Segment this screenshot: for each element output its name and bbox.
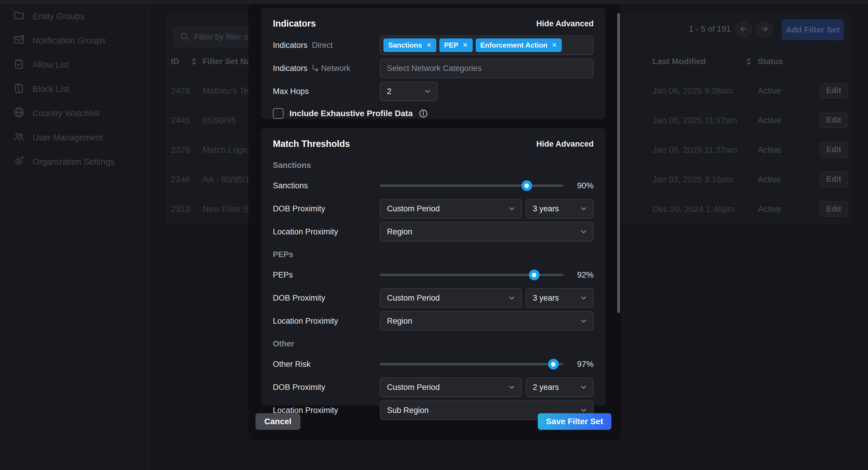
arrow-right-icon — [760, 25, 769, 35]
gear-sparkle-icon — [13, 155, 25, 169]
filter-set-modal: Indicators Hide Advanced Indicators Dire… — [248, 4, 621, 440]
dob-period-select[interactable]: Custom Period — [380, 288, 522, 308]
sidebar: Entity Groups Notification Groups Allow … — [0, 4, 149, 470]
search-icon — [180, 31, 189, 42]
sidebar-item-label: User Management — [33, 133, 103, 143]
cell-id: 2313 — [171, 204, 190, 214]
add-filter-set-button[interactable]: Add Filter Set — [782, 19, 844, 40]
indicators-title: Indicators — [273, 18, 316, 29]
indicators-direct-label: Indicators Direct — [273, 41, 380, 50]
edit-button[interactable]: Edit — [820, 142, 847, 158]
slider-thumb[interactable] — [529, 270, 539, 280]
close-icon[interactable]: ✕ — [552, 41, 557, 49]
chevron-down-icon — [507, 205, 516, 213]
max-hops-select[interactable]: 2 — [380, 82, 438, 101]
cell-name: AA - 90/95/1 — [203, 175, 250, 184]
slider-thumb[interactable] — [522, 180, 532, 191]
column-header-status[interactable]: Status — [758, 57, 783, 66]
peps-slider-value: 92% — [570, 270, 594, 280]
cell-id: 2478 — [171, 86, 190, 95]
location-proximity-label: Location Proximity — [273, 227, 380, 237]
sanctions-slider[interactable] — [380, 184, 563, 187]
chevron-down-icon — [580, 383, 588, 391]
save-filter-set-button[interactable]: Save Filter Set — [538, 413, 611, 430]
sidebar-item-label: Entity Groups — [33, 11, 85, 21]
sidebar-item-allow-list[interactable]: Allow List — [0, 53, 149, 77]
close-icon[interactable]: ✕ — [462, 41, 468, 49]
edit-button[interactable]: Edit — [820, 83, 847, 98]
sidebar-item-notification-groups[interactable]: Notification Groups — [0, 28, 149, 53]
chip-sanctions: Sanctions ✕ — [383, 38, 436, 52]
chevron-down-icon — [580, 228, 588, 236]
sidebar-item-label: Notification Groups — [33, 36, 105, 45]
dob-period-select[interactable]: Custom Period — [380, 199, 522, 218]
previous-page-button[interactable] — [735, 21, 752, 38]
indicators-network-input[interactable]: Select Network Categories — [380, 59, 594, 78]
globe-icon — [13, 106, 25, 120]
sidebar-item-country-watchlist[interactable]: Country Watchlist — [0, 101, 149, 125]
close-icon[interactable]: ✕ — [426, 41, 432, 49]
dob-years-select[interactable]: 3 years — [526, 288, 594, 308]
info-icon[interactable] — [418, 109, 428, 118]
status-badge: Active — [758, 175, 781, 184]
cell-id: 2379 — [171, 145, 190, 155]
sanctions-slider-label: Sanctions — [273, 181, 380, 190]
sidebar-item-label: Country Watchlist — [33, 108, 99, 118]
exhaustive-profile-checkbox[interactable] — [273, 108, 283, 119]
dob-years-select[interactable]: 3 years — [526, 199, 594, 218]
location-proximity-select[interactable]: Region — [380, 311, 594, 331]
thresholds-hide-advanced-toggle[interactable]: Hide Advanced — [536, 139, 594, 149]
dob-proximity-label: DOB Proximity — [273, 293, 380, 303]
slider-thumb[interactable] — [548, 359, 559, 370]
cell-name: 85/90/95 — [203, 115, 236, 125]
cancel-button[interactable]: Cancel — [255, 413, 300, 430]
page: Entity Groups Notification Groups Allow … — [0, 0, 868, 470]
clipboard-check-icon — [13, 58, 25, 72]
folder-icon — [13, 9, 25, 23]
location-proximity-label: Location Proximity — [273, 317, 380, 326]
max-hops-label: Max Hops — [273, 87, 380, 96]
column-header-last-modified[interactable]: Last Modified — [652, 57, 706, 66]
sort-icon[interactable] — [190, 57, 198, 66]
indicators-hide-advanced-toggle[interactable]: Hide Advanced — [536, 19, 594, 28]
peps-slider[interactable] — [380, 274, 563, 276]
dob-years-select[interactable]: 2 years — [526, 377, 594, 397]
top-strip — [0, 0, 868, 4]
sidebar-item-label: Organization Settings — [33, 157, 115, 167]
dob-period-select[interactable]: Custom Period — [380, 377, 522, 397]
match-thresholds-section: Match Thresholds Hide Advanced Sanctions… — [261, 128, 606, 406]
cell-id: 2346 — [171, 175, 190, 184]
chevron-down-icon — [507, 383, 516, 391]
indicators-direct-input[interactable]: Sanctions ✕ PEP ✕ Enforcement Action ✕ — [380, 35, 594, 55]
sidebar-item-organization-settings[interactable]: Organization Settings — [0, 150, 149, 174]
column-header-id[interactable]: ID — [171, 57, 179, 66]
modal-scrollbar[interactable] — [617, 13, 620, 313]
indicators-section: Indicators Hide Advanced Indicators Dire… — [261, 8, 606, 119]
location-proximity-select[interactable]: Region — [380, 222, 594, 242]
cell-last-modified: Jan 03, 2025 3:16pm — [652, 175, 733, 184]
cell-id: 2445 — [171, 115, 190, 125]
sanctions-slider-value: 90% — [570, 181, 594, 190]
clipboard-alert-icon — [13, 82, 25, 96]
chevron-down-icon — [423, 87, 432, 95]
status-badge: Active — [758, 145, 781, 155]
chevron-down-icon — [507, 294, 516, 302]
next-page-button[interactable] — [756, 21, 773, 38]
mail-icon — [13, 34, 25, 48]
sidebar-item-block-list[interactable]: Block List — [0, 77, 149, 101]
group-subheader-other: Other — [273, 335, 594, 351]
dob-proximity-label: DOB Proximity — [273, 204, 380, 213]
cell-last-modified: Jan 06, 2025 11:37am — [652, 145, 737, 155]
sidebar-item-label: Block List — [33, 84, 69, 94]
cell-name: New Filter Se — [203, 204, 254, 214]
edit-button[interactable]: Edit — [820, 172, 847, 187]
other-risk-slider[interactable] — [380, 363, 563, 365]
cell-last-modified: Jan 06, 2025 9:38am — [652, 86, 733, 95]
status-badge: Active — [758, 204, 781, 214]
sidebar-item-entity-groups[interactable]: Entity Groups — [0, 4, 149, 28]
cell-last-modified: Jan 06, 2025 11:37am — [652, 115, 737, 125]
edit-button[interactable]: Edit — [820, 113, 847, 128]
sidebar-item-user-management[interactable]: User Management — [0, 125, 149, 150]
sort-icon[interactable] — [745, 57, 753, 66]
edit-button[interactable]: Edit — [820, 201, 847, 217]
